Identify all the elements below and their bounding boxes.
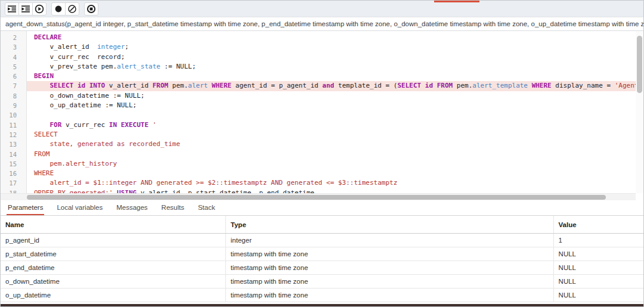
step-over-button[interactable] (18, 2, 33, 15)
clear-all-breakpoints-button[interactable] (65, 2, 79, 15)
code-line-12[interactable]: 12SELECT (1, 130, 636, 139)
table-row[interactable]: o_down_datetimetimestamp with time zoneN… (1, 275, 643, 289)
table-cell: timestamp with time zone (225, 261, 553, 275)
table-header-row: Name Type Value (1, 216, 643, 234)
code-line-10[interactable]: 10 (1, 110, 636, 120)
toggle-breakpoint-icon (54, 4, 63, 14)
step-over-icon (21, 5, 30, 13)
code-line-3[interactable]: 3 v_alert_id integer; (1, 42, 636, 52)
breakpoint-button-group (51, 2, 79, 15)
tab-results[interactable]: Results (160, 204, 185, 215)
code-text: BEGIN (27, 72, 636, 81)
code-line-9[interactable]: 9 o_up_datetime := NULL; (1, 101, 636, 110)
code-line-11[interactable]: 11 FOR v_curr_rec IN EXECUTE ' (1, 120, 636, 130)
table-cell: o_up_datetime (1, 289, 225, 302)
editor-vertical-scrollbar-track[interactable] (636, 31, 643, 193)
bottom-bar (1, 304, 643, 306)
code-text: FROM (27, 150, 636, 159)
table-cell: integer (225, 234, 553, 247)
tab-local-variables[interactable]: Local variables (55, 204, 104, 215)
table-cell: p_agent_id (1, 234, 225, 247)
table-cell: p_end_datetime (1, 261, 225, 275)
table-row[interactable]: p_end_datetimetimestamp with time zoneNU… (1, 261, 643, 275)
code-text: FOR v_curr_rec IN EXECUTE ' (27, 120, 636, 130)
table-cell: NULL (553, 289, 643, 302)
editor-vertical-scrollbar[interactable] (637, 36, 642, 93)
params-table-body: p_agent_idinteger1p_start_datetimetimest… (1, 234, 643, 302)
stop-icon (86, 4, 96, 14)
line-number[interactable]: 13 (1, 139, 27, 149)
line-number[interactable]: 8 (1, 91, 27, 101)
table-cell: NULL (553, 275, 643, 289)
line-number[interactable]: 3 (1, 42, 27, 52)
debugger-window: agent_down_status(p_agent_id integer, p_… (0, 0, 644, 307)
stop-button[interactable] (84, 2, 98, 15)
debugger-tabs: Parameters Local variables Messages Resu… (1, 200, 643, 216)
table-cell: p_start_datetime (1, 247, 225, 261)
line-number[interactable]: 15 (1, 159, 27, 169)
step-into-icon (8, 5, 16, 13)
code-text: SELECT (27, 130, 636, 139)
line-number[interactable]: 14 (1, 150, 27, 159)
code-text: pem.alert_history (27, 159, 636, 169)
continue-button[interactable] (32, 2, 47, 15)
tab-messages[interactable]: Messages (115, 204, 148, 215)
line-number[interactable]: 16 (1, 169, 27, 178)
code-line-5[interactable]: 5 v_prev_state pem.alert_state := NULL; (1, 62, 636, 72)
code-line-14[interactable]: 14FROM (1, 150, 636, 159)
column-header-value[interactable]: Value (553, 216, 643, 234)
table-cell: o_down_datetime (1, 275, 225, 289)
step-into-button[interactable] (5, 2, 19, 15)
table-cell: NULL (553, 261, 643, 275)
code-line-8[interactable]: 8 o_down_datetime := NULL; (1, 91, 636, 101)
continue-icon (35, 4, 44, 14)
table-cell: 1 (553, 234, 643, 247)
line-number[interactable]: 12 (1, 130, 27, 139)
code-text: state, generated as recorded_time (27, 139, 636, 149)
table-row[interactable]: o_up_datetimetimestamp with time zoneNUL… (1, 289, 643, 302)
parameters-panel: Name Type Value p_agent_idinteger1p_star… (1, 216, 643, 304)
line-number[interactable]: 17 (1, 178, 27, 188)
tab-parameters[interactable]: Parameters (7, 204, 44, 215)
code-line-4[interactable]: 4 v_curr_rec record; (1, 52, 636, 62)
code-line-2[interactable]: 2DECLARE (1, 33, 636, 42)
table-cell: timestamp with time zone (225, 275, 553, 289)
table-cell: NULL (553, 247, 643, 261)
line-number[interactable]: 7 (1, 81, 27, 91)
code-editor[interactable]: 2DECLARE3 v_alert_id integer;4 v_curr_re… (1, 31, 643, 200)
debugger-toolbar (1, 1, 643, 17)
editor-horizontal-scrollbar-track[interactable] (1, 193, 636, 200)
code-line-17[interactable]: 17 alert_id = $1::integer AND generated … (1, 178, 636, 188)
line-number[interactable]: 10 (1, 110, 27, 120)
code-text: WHERE (27, 169, 636, 178)
column-header-name[interactable]: Name (1, 216, 225, 234)
code-line-16[interactable]: 16WHERE (1, 169, 636, 178)
column-header-type[interactable]: Type (225, 216, 553, 234)
step-button-group (5, 2, 47, 15)
line-number[interactable]: 2 (1, 33, 27, 42)
code-text: v_prev_state pem.alert_state := NULL; (27, 62, 636, 72)
code-text: DECLARE (27, 33, 636, 42)
code-line-7[interactable]: 7 SELECT id INTO v_alert_id FROM pem.ale… (1, 81, 636, 91)
table-row[interactable]: p_start_datetimetimestamp with time zone… (1, 247, 643, 261)
code-text: v_alert_id integer; (27, 42, 636, 52)
line-number[interactable]: 5 (1, 62, 27, 72)
code-line-15[interactable]: 15 pem.alert_history (1, 159, 636, 169)
code-text: SELECT id INTO v_alert_id FROM pem.alert… (27, 81, 636, 91)
code-text: alert_id = $1::integer AND generated >= … (27, 178, 636, 188)
line-number[interactable]: 6 (1, 72, 27, 81)
editor-horizontal-scrollbar[interactable] (27, 195, 606, 200)
function-signature-bar: agent_down_status(p_agent_id integer, p_… (1, 17, 643, 31)
line-number[interactable]: 4 (1, 52, 27, 62)
table-row[interactable]: p_agent_idinteger1 (1, 234, 643, 247)
table-cell: timestamp with time zone (225, 289, 553, 302)
tab-stack[interactable]: Stack (197, 204, 216, 215)
code-line-6[interactable]: 6BEGIN (1, 72, 636, 81)
code-text: v_curr_rec record; (27, 52, 636, 62)
code-line-13[interactable]: 13 state, generated as recorded_time (1, 139, 636, 149)
line-number[interactable]: 9 (1, 101, 27, 110)
toggle-breakpoint-button[interactable] (51, 2, 66, 15)
line-number[interactable]: 11 (1, 120, 27, 130)
code-text (27, 110, 636, 120)
top-accent-bar (434, 1, 479, 2)
